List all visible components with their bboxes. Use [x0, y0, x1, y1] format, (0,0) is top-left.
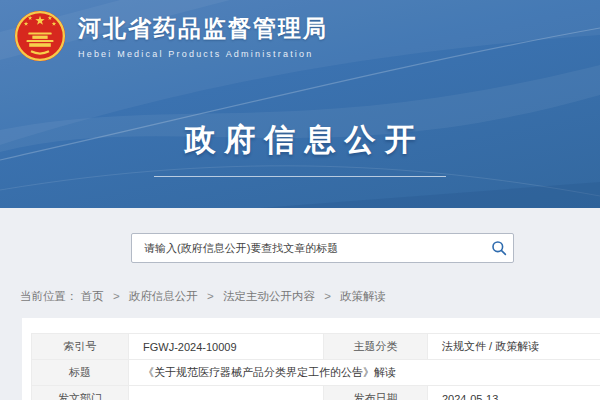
title-label: 标题	[32, 360, 129, 386]
topic-category-label: 主题分类	[324, 334, 428, 360]
publish-date-label: 发布日期	[324, 386, 428, 400]
issuing-dept-label: 发文部门	[32, 386, 129, 400]
issuing-dept-value	[129, 386, 324, 400]
search-button[interactable]	[485, 234, 513, 262]
index-number-label: 索引号	[32, 334, 129, 360]
site-header: 河北省药品监督管理局 Hebei Medical Products Admini…	[0, 0, 600, 208]
title-value: 《关于规范医疗器械产品分类界定工作的公告》解读	[129, 360, 600, 386]
breadcrumb-item-gov-info[interactable]: 政府信息公开	[129, 290, 198, 302]
info-card: 索引号 FGWJ-2024-10009 主题分类 法规文件 / 政策解读 标题 …	[22, 318, 600, 400]
topic-category-value: 法规文件 / 政策解读	[428, 334, 600, 360]
search-icon	[491, 240, 507, 256]
breadcrumb-item-home[interactable]: 首页	[81, 290, 104, 302]
site-title-cn: 河北省药品监督管理局	[78, 13, 328, 44]
site-title-en: Hebei Medical Products Administration	[78, 49, 328, 59]
info-table: 索引号 FGWJ-2024-10009 主题分类 法规文件 / 政策解读 标题 …	[31, 333, 600, 400]
content-area: 当前位置： 首页 > 政府信息公开 > 法定主动公开内容 > 政策解读 索引号 …	[0, 208, 600, 400]
breadcrumb-separator: >	[207, 290, 214, 302]
breadcrumb-separator: >	[324, 290, 331, 302]
search-box	[131, 233, 514, 263]
publish-date-value: 2024-05-13	[428, 386, 600, 400]
breadcrumb-item-legal-disclosure[interactable]: 法定主动公开内容	[223, 290, 315, 302]
banner-underline	[154, 176, 446, 177]
table-row: 索引号 FGWJ-2024-10009 主题分类 法规文件 / 政策解读	[32, 334, 600, 360]
breadcrumb-prefix: 当前位置：	[20, 290, 78, 302]
search-input[interactable]	[132, 234, 485, 262]
table-row: 发文部门 发布日期 2024-05-13	[32, 386, 600, 400]
brand: 河北省药品监督管理局 Hebei Medical Products Admini…	[13, 9, 328, 63]
national-emblem-icon	[13, 9, 67, 63]
breadcrumb-separator: >	[113, 290, 120, 302]
breadcrumb: 当前位置： 首页 > 政府信息公开 > 法定主动公开内容 > 政策解读	[20, 289, 386, 304]
breadcrumb-item-policy-interpretation[interactable]: 政策解读	[340, 290, 386, 302]
table-row: 标题 《关于规范医疗器械产品分类界定工作的公告》解读	[32, 360, 600, 386]
banner: 政府信息公开	[0, 119, 600, 177]
banner-title: 政府信息公开	[0, 119, 600, 161]
index-number-value: FGWJ-2024-10009	[129, 334, 324, 360]
